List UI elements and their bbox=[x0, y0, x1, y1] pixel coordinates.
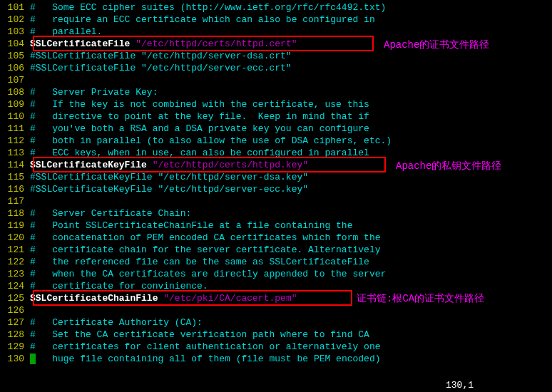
line-number: 120 bbox=[0, 232, 30, 244]
line-number: 104 bbox=[0, 38, 30, 50]
line-number: 107 bbox=[0, 74, 30, 86]
line-content[interactable]: # If the key is not combined with the ce… bbox=[30, 98, 552, 110]
line-number: 127 bbox=[0, 316, 30, 329]
line-content[interactable] bbox=[30, 195, 552, 207]
line-number: 114 bbox=[0, 159, 30, 171]
line-number: 111 bbox=[0, 123, 30, 135]
status-position: 130,1 bbox=[446, 380, 474, 391]
code-line[interactable]: 118# Server Certificate Chain: bbox=[0, 207, 552, 220]
line-number: 102 bbox=[0, 14, 30, 26]
line-number: 113 bbox=[0, 147, 30, 159]
code-line[interactable]: 101# Some ECC cipher suites (http://www.… bbox=[0, 1, 552, 14]
code-line[interactable]: 130# huge file containing all of them (f… bbox=[0, 353, 552, 365]
annotation-label: 证书链:根CA的证书文件路径 bbox=[357, 292, 484, 305]
line-content[interactable]: # certificates for client authentication… bbox=[30, 341, 552, 353]
line-number: 117 bbox=[0, 195, 30, 207]
code-line[interactable]: 109# If the key is not combined with the… bbox=[0, 98, 552, 110]
line-content[interactable]: # when the CA certificates are directly … bbox=[30, 268, 552, 280]
line-content[interactable]: #SSLCertificateKeyFile "/etc/httpd/serve… bbox=[30, 171, 552, 183]
line-number: 124 bbox=[0, 280, 30, 292]
line-number: 125 bbox=[0, 292, 30, 304]
line-number: 110 bbox=[0, 110, 30, 123]
line-content[interactable]: # Set the CA certificate verification pa… bbox=[30, 329, 552, 341]
line-number: 106 bbox=[0, 62, 30, 74]
line-number: 122 bbox=[0, 256, 30, 268]
line-content[interactable]: # you've both a RSA and a DSA private ke… bbox=[30, 123, 552, 135]
line-number: 101 bbox=[0, 1, 30, 14]
line-content[interactable]: #SSLCertificateFile "/etc/httpd/server-d… bbox=[30, 50, 552, 62]
code-line[interactable]: 106#SSLCertificateFile "/etc/httpd/serve… bbox=[0, 62, 552, 74]
line-content[interactable]: # both in parallel (to also allow the us… bbox=[30, 135, 552, 147]
line-content[interactable]: # Point SSLCertificateChainFile at a fil… bbox=[30, 220, 552, 232]
code-line[interactable]: 126 bbox=[0, 304, 552, 316]
code-line[interactable]: 123# when the CA certificates are direct… bbox=[0, 268, 552, 280]
line-content[interactable] bbox=[30, 304, 552, 316]
line-number: 115 bbox=[0, 171, 30, 183]
code-line[interactable]: 111# you've both a RSA and a DSA private… bbox=[0, 123, 552, 135]
line-content[interactable]: # the referenced file can be the same as… bbox=[30, 256, 552, 268]
line-content[interactable]: # Server Certificate Chain: bbox=[30, 207, 552, 220]
line-number: 121 bbox=[0, 244, 30, 256]
code-line[interactable]: 107 bbox=[0, 74, 552, 86]
line-content[interactable] bbox=[30, 74, 552, 86]
code-line[interactable]: 110# directive to point at the key file.… bbox=[0, 110, 552, 123]
line-content[interactable]: #SSLCertificateKeyFile "/etc/httpd/serve… bbox=[30, 183, 552, 195]
line-number: 105 bbox=[0, 50, 30, 62]
code-line[interactable]: 129# certificates for client authenticat… bbox=[0, 341, 552, 353]
line-content[interactable]: # ECC keys, when in use, can also be con… bbox=[30, 147, 552, 159]
code-line[interactable]: 124# certificate for convinience. bbox=[0, 280, 552, 292]
line-number: 130 bbox=[0, 353, 30, 365]
line-content[interactable]: # Certificate Authority (CA): bbox=[30, 316, 552, 329]
line-content[interactable]: # certificate for convinience. bbox=[30, 280, 552, 292]
annotation-label: Apache的私钥文件路径 bbox=[396, 160, 501, 172]
code-line[interactable]: 103# parallel. bbox=[0, 26, 552, 38]
line-number: 112 bbox=[0, 135, 30, 147]
code-line[interactable]: 115#SSLCertificateKeyFile "/etc/httpd/se… bbox=[0, 171, 552, 183]
line-number: 123 bbox=[0, 268, 30, 280]
code-line[interactable]: 117 bbox=[0, 195, 552, 207]
code-line[interactable]: 121# certificate chain for the server ce… bbox=[0, 244, 552, 256]
code-line[interactable]: 128# Set the CA certificate verification… bbox=[0, 329, 552, 341]
code-line[interactable]: 116#SSLCertificateKeyFile "/etc/httpd/se… bbox=[0, 183, 552, 195]
line-content[interactable]: # directive to point at the key file. Ke… bbox=[30, 110, 552, 123]
line-content[interactable]: # certificate chain for the server certi… bbox=[30, 244, 552, 256]
code-line[interactable]: 112# both in parallel (to also allow the… bbox=[0, 135, 552, 147]
line-number: 118 bbox=[0, 207, 30, 220]
code-line[interactable]: 113# ECC keys, when in use, can also be … bbox=[0, 147, 552, 159]
line-content[interactable]: # parallel. bbox=[30, 26, 552, 38]
annotation-label: Apache的证书文件路径 bbox=[384, 38, 489, 51]
code-line[interactable]: 119# Point SSLCertificateChainFile at a … bbox=[0, 220, 552, 232]
line-content[interactable]: # require an ECC certificate which can a… bbox=[30, 14, 552, 26]
code-editor[interactable]: 101# Some ECC cipher suites (http://www.… bbox=[0, 0, 552, 366]
line-number: 108 bbox=[0, 86, 30, 98]
line-number: 128 bbox=[0, 329, 30, 341]
code-line[interactable]: 127# Certificate Authority (CA): bbox=[0, 316, 552, 329]
line-content[interactable]: # huge file containing all of them (file… bbox=[30, 353, 552, 365]
line-content[interactable]: # Server Private Key: bbox=[30, 86, 552, 98]
line-content[interactable]: # Some ECC cipher suites (http://www.iet… bbox=[30, 1, 552, 14]
line-number: 103 bbox=[0, 26, 30, 38]
code-line[interactable]: 105#SSLCertificateFile "/etc/httpd/serve… bbox=[0, 50, 552, 62]
line-content[interactable]: #SSLCertificateFile "/etc/httpd/server-e… bbox=[30, 62, 552, 74]
code-line[interactable]: 108# Server Private Key: bbox=[0, 86, 552, 98]
line-number: 126 bbox=[0, 304, 30, 316]
code-line[interactable]: 122# the referenced file can be the same… bbox=[0, 256, 552, 268]
line-number: 129 bbox=[0, 341, 30, 353]
line-content[interactable]: # concatenation of PEM encoded CA certif… bbox=[30, 232, 552, 244]
line-number: 109 bbox=[0, 98, 30, 110]
code-line[interactable]: 120# concatenation of PEM encoded CA cer… bbox=[0, 232, 552, 244]
code-line[interactable]: 102# require an ECC certificate which ca… bbox=[0, 14, 552, 26]
line-number: 119 bbox=[0, 220, 30, 232]
line-number: 116 bbox=[0, 183, 30, 195]
